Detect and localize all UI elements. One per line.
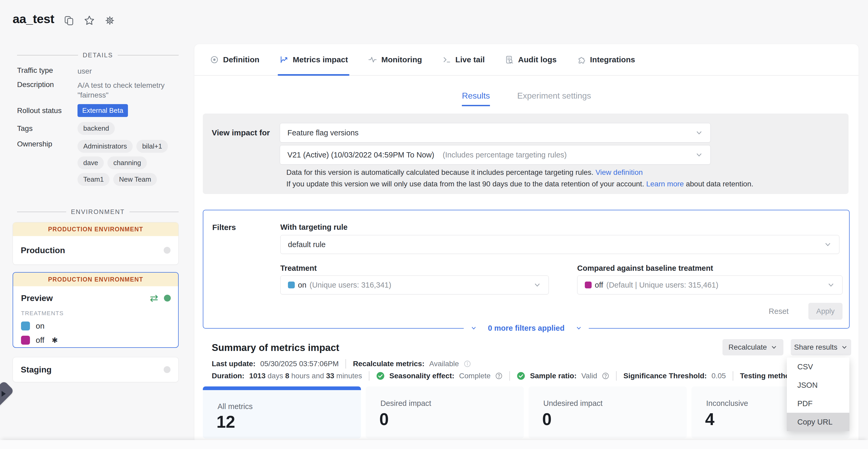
metric-card-undesired-impact[interactable]: Undesired impact 0 <box>529 386 687 439</box>
share-results-button[interactable]: Share results <box>791 339 851 355</box>
environment-heading: ENVIRONMENT <box>71 208 125 215</box>
terminal-icon <box>442 55 451 64</box>
subtab-experiment-settings[interactable]: Experiment settings <box>517 91 591 106</box>
description-value: A/A test to check telemetry "fairness" <box>78 81 176 100</box>
tab-audit-logs[interactable]: Audit logs <box>505 44 557 75</box>
share-menu-item-pdf[interactable]: PDF <box>787 394 849 413</box>
view-definition-link[interactable]: View definition <box>595 168 643 176</box>
description-row: Description A/A test to check telemetry … <box>17 81 179 100</box>
results-subtabs: Results Experiment settings <box>194 91 859 106</box>
share-menu-item-copy-url[interactable]: Copy URL <box>787 413 849 431</box>
last-update-label: Last update: <box>212 360 255 368</box>
document-search-icon <box>505 55 514 64</box>
environment-card-staging[interactable]: Staging <box>12 357 179 382</box>
tag-chip[interactable]: backend <box>78 122 115 135</box>
ownership-chip[interactable]: channing <box>107 156 147 169</box>
ownership-chip[interactable]: New Team <box>113 173 157 186</box>
share-menu-item-json[interactable]: JSON <box>787 376 849 394</box>
treatment-value: on <box>298 281 306 290</box>
gear-icon[interactable] <box>104 15 116 26</box>
rollout-status-label: Rollout status <box>17 107 78 115</box>
recalculate-metrics-label: Recalculate metrics: <box>353 360 424 368</box>
meta-row-2: Duration: 1013 days 8 hours and 33 minut… <box>212 371 790 381</box>
treatment-off-row: off ✱ <box>21 336 171 345</box>
summary-heading: Summary of metrics impact <box>212 342 339 353</box>
environment-divider: ENVIRONMENT <box>17 208 179 215</box>
tab-definition[interactable]: Definition <box>210 44 259 75</box>
tab-label: Monitoring <box>381 55 422 64</box>
tab-label: Live tail <box>455 55 485 64</box>
treatment-dropdown[interactable]: on (Unique users: 316,341) <box>280 275 549 294</box>
rollout-status-row: Rollout status External Beta <box>17 104 179 117</box>
treatment-off-label: off <box>36 336 44 345</box>
recalculate-button[interactable]: Recalculate <box>722 339 783 355</box>
metric-card-value: 12 <box>216 412 235 432</box>
tab-metrics-impact[interactable]: Metrics impact <box>279 44 348 75</box>
sample-ratio-value: Valid <box>581 372 597 380</box>
version-value: V21 (Active) (10/03/2022 04:59PM To Now) <box>287 151 434 159</box>
environment-card-preview[interactable]: PRODUCTION ENVIRONMENT Preview ⇄ TREATME… <box>12 272 179 348</box>
targeting-rule-value: default rule <box>288 240 824 249</box>
tags-label: Tags <box>17 124 78 133</box>
puzzle-icon <box>577 55 586 64</box>
version-type-dropdown[interactable]: Feature flag versions <box>280 123 711 143</box>
status-dot-gray <box>164 247 170 254</box>
question-icon[interactable] <box>495 372 502 380</box>
default-treatment-asterisk-icon: ✱ <box>52 336 58 345</box>
share-menu-item-csv[interactable]: CSV <box>787 358 849 376</box>
reset-button[interactable]: Reset <box>763 303 795 320</box>
ownership-chip[interactable]: Team1 <box>78 173 110 186</box>
tab-monitoring[interactable]: Monitoring <box>368 44 422 75</box>
metric-card-value: 0 <box>379 410 389 429</box>
treatment-on-swatch <box>288 281 295 289</box>
filters-heading: Filters <box>212 223 236 232</box>
ownership-label: Ownership <box>17 140 78 189</box>
chevron-down-icon <box>824 241 832 248</box>
targeting-rule-dropdown[interactable]: default rule <box>280 235 839 254</box>
learn-more-link[interactable]: Learn more <box>646 180 684 188</box>
treatment-off-swatch <box>21 336 30 345</box>
metric-card-desired-impact[interactable]: Desired impact 0 <box>366 386 524 439</box>
ownership-chip[interactable]: Administrators <box>78 140 133 153</box>
metric-card-label: Inconclusive <box>706 399 748 408</box>
ownership-chip[interactable]: dave <box>78 156 104 169</box>
tab-live-tail[interactable]: Live tail <box>442 44 485 75</box>
expand-arrow-icon <box>2 391 6 397</box>
metric-card-all-metrics[interactable]: All metrics 12 <box>203 386 361 439</box>
version-dropdown[interactable]: V21 (Active) (10/03/2022 04:59PM To Now)… <box>280 145 711 164</box>
tab-integrations[interactable]: Integrations <box>577 44 635 75</box>
environment-name-staging: Staging <box>21 365 52 375</box>
traffic-type-value: user <box>78 66 176 76</box>
question-icon[interactable] <box>602 372 609 380</box>
view-impact-panel: View impact for Feature flag versions V2… <box>203 114 848 194</box>
chevron-down-icon <box>470 325 477 331</box>
tab-bar: Definition Metrics impact Monitoring Liv… <box>194 44 859 76</box>
tab-label: Integrations <box>590 55 635 64</box>
environment-card-production[interactable]: PRODUCTION ENVIRONMENT Production <box>12 222 179 265</box>
environment-name-preview: Preview <box>21 293 53 303</box>
page-title: aa_test <box>12 11 54 26</box>
swap-arrows-icon[interactable]: ⇄ <box>150 293 158 303</box>
data-retention-note: If you update this version we will only … <box>286 180 753 188</box>
baseline-dropdown[interactable]: off (Default | Unique users: 315,461) <box>577 275 842 294</box>
tab-label: Definition <box>223 55 259 64</box>
ownership-chip[interactable]: bilal+1 <box>136 140 168 153</box>
treatment-on-label: on <box>36 322 44 330</box>
rollout-status-badge[interactable]: External Beta <box>78 104 128 117</box>
more-filters-toggle[interactable]: 0 more filters applied <box>464 322 589 334</box>
last-update-value: 05/30/2025 03:57:06PM <box>260 360 339 368</box>
apply-button[interactable]: Apply <box>808 303 842 320</box>
seasonality-label: Seasonality effect: <box>389 372 454 380</box>
share-results-label: Share results <box>794 343 838 352</box>
details-divider: DETAILS <box>17 52 179 59</box>
treatment-label: Treatment <box>280 264 317 273</box>
info-icon[interactable] <box>464 360 471 367</box>
pulse-icon <box>368 55 377 64</box>
metric-card-label: Desired impact <box>380 399 431 408</box>
star-icon[interactable] <box>84 15 95 26</box>
status-dot-green <box>164 295 171 301</box>
treatment-on-swatch <box>21 322 30 330</box>
subtab-results[interactable]: Results <box>462 91 490 106</box>
copy-icon[interactable] <box>64 15 74 26</box>
view-impact-label: View impact for <box>212 123 270 143</box>
